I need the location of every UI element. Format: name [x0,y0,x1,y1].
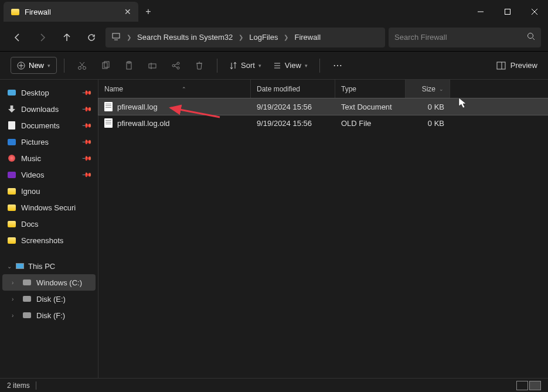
folder-icon [7,219,16,229]
sidebar-item[interactable]: Documents📌 [2,117,96,134]
large-icons-view-icon[interactable] [529,381,541,390]
svg-point-12 [83,66,86,69]
pin-icon: 📌 [81,136,92,147]
breadcrumb-segment[interactable]: LogFiles [249,33,278,42]
folder-icon [11,7,20,16]
search-input[interactable]: Search Firewall [389,28,541,47]
breadcrumb-segment[interactable]: Search Results in System32 [137,33,233,42]
statusbar: 2 items [0,378,548,392]
pin-icon: 📌 [81,103,92,114]
svg-point-6 [528,33,533,39]
column-date[interactable]: Date modified [251,80,335,98]
paste-button[interactable] [118,55,139,76]
chevron-down-icon: ▾ [258,63,261,69]
file-row[interactable]: pfirewall.log.old 9/19/2024 15:56 OLD Fi… [98,115,548,131]
svg-point-23 [177,67,179,69]
chevron-down-icon: ▾ [47,63,50,69]
up-button[interactable] [56,27,77,48]
svg-rect-4 [113,33,120,38]
file-type: Text Document [335,103,406,111]
sidebar-drive[interactable]: ›Disk (E:) [2,291,96,307]
sidebar-item[interactable]: Windows Securi [2,199,96,216]
rename-button[interactable] [142,55,163,76]
file-icon [104,118,113,128]
chevron-right-icon[interactable]: ❯ [123,34,135,40]
file-type: OLD File [335,119,406,128]
sidebar-item[interactable]: Docs [2,216,96,232]
pin-icon: 📌 [81,120,92,131]
sidebar-item-label: Desktop [21,88,49,97]
this-pc-header[interactable]: ⌄ This PC [2,258,96,274]
file-row[interactable]: pfirewall.log 9/19/2024 15:56 Text Docum… [98,98,548,115]
chevron-down-icon: ▾ [305,63,308,69]
sidebar-item[interactable]: Music📌 [2,150,96,166]
svg-point-22 [172,64,175,67]
doc-icon [7,121,16,130]
folder-icon [7,186,16,196]
sidebar-item-label: Music [21,154,41,163]
sidebar-item-label: Docs [21,220,39,229]
window-tab[interactable]: Firewall ✕ [4,2,138,22]
column-size[interactable]: Size⌄ [406,80,450,98]
svg-line-13 [80,62,84,67]
column-name[interactable]: Name ⌃ [98,80,251,98]
share-button[interactable] [165,55,186,76]
file-name: pfirewall.log.old [117,119,170,128]
sort-button[interactable]: Sort ▾ [224,61,266,70]
item-count: 2 items [7,381,30,390]
disk-icon [22,311,32,320]
cut-button[interactable] [72,55,93,76]
maximize-button[interactable] [494,0,521,23]
chevron-down-icon: ⌄ [7,263,12,270]
file-date: 9/19/2024 15:56 [251,103,335,111]
chevron-right-icon[interactable]: ❯ [280,34,292,40]
download-icon [7,104,16,114]
chevron-right-icon: › [12,312,18,319]
close-tab-icon[interactable]: ✕ [124,7,131,16]
disk-icon [22,294,32,304]
sidebar-item[interactable]: Screenshots [2,232,96,248]
music-icon [7,154,16,163]
sidebar-item[interactable]: Downloads📌 [2,101,96,117]
column-type[interactable]: Type [335,80,406,98]
file-list: Name ⌃ Date modified Type Size⌄ pfirewal… [98,80,548,378]
tab-title: Firewall [25,8,120,16]
svg-rect-1 [505,9,510,15]
details-view-icon[interactable] [516,381,528,390]
drive-label: Disk (F:) [36,311,65,320]
refresh-button[interactable] [81,27,102,48]
sidebar-item[interactable]: Ignou [2,183,96,199]
chevron-right-icon: › [12,296,18,302]
sidebar-drive[interactable]: ›Disk (F:) [2,307,96,323]
svg-line-7 [533,38,535,40]
preview-button[interactable]: Preview [496,61,537,70]
breadcrumb[interactable]: ❯ Search Results in System32 ❯ LogFiles … [105,28,385,47]
drive-label: Windows (C:) [36,278,82,287]
svg-line-25 [175,66,177,67]
pin-icon: 📌 [81,152,92,163]
sidebar-item[interactable]: Pictures📌 [2,134,96,150]
sidebar: Desktop📌Downloads📌Documents📌Pictures📌Mus… [0,80,98,378]
view-button[interactable]: View ▾ [268,61,312,70]
new-button[interactable]: New ▾ [11,57,57,74]
sidebar-item-label: Pictures [21,138,49,146]
sidebar-item[interactable]: Desktop📌 [2,84,96,101]
sidebar-drive[interactable]: ›Windows (C:) [2,274,96,291]
disk-icon [22,278,32,287]
forward-button[interactable] [32,27,53,48]
folder-icon [7,236,16,245]
search-icon[interactable] [527,32,535,42]
close-button[interactable] [521,0,548,23]
delete-button[interactable] [189,55,210,76]
sidebar-item[interactable]: Videos📌 [2,166,96,183]
minimize-button[interactable] [467,0,494,23]
new-tab-button[interactable]: + [138,2,158,22]
breadcrumb-segment[interactable]: Firewall [294,33,321,42]
more-button[interactable]: ⋯ [327,55,348,76]
file-size: 0 KB [406,103,450,111]
copy-button[interactable] [95,55,116,76]
svg-point-21 [177,62,179,64]
sidebar-item-label: Documents [21,121,60,130]
back-button[interactable] [7,27,28,48]
chevron-right-icon[interactable]: ❯ [235,34,247,40]
